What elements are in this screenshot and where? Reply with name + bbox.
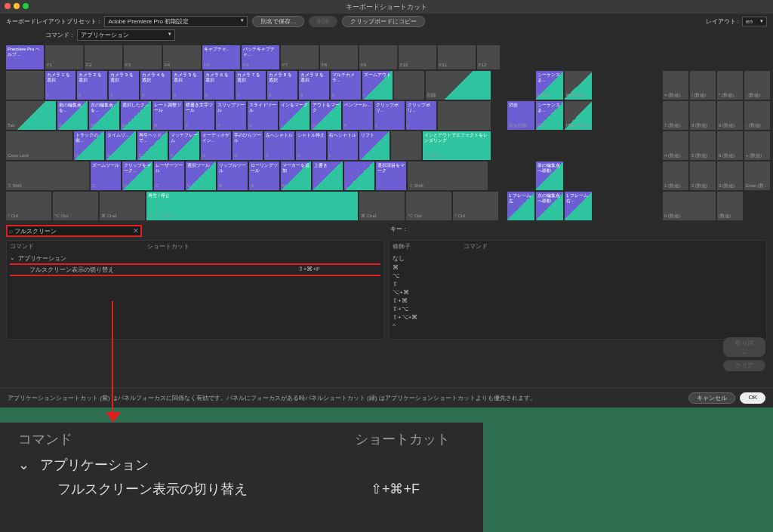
key-f11[interactable]: F11 bbox=[438, 45, 476, 69]
key-bracket-l[interactable]: クリップボリ...[ bbox=[374, 101, 405, 130]
key-slash[interactable]: 選択項目をマーク bbox=[376, 161, 406, 190]
key-p[interactable]: ペンツール...P bbox=[343, 101, 373, 130]
key-i[interactable]: インをマークI bbox=[279, 101, 310, 130]
key-f5[interactable]: キャプチャ...F5 bbox=[202, 45, 240, 69]
ok-button[interactable]: OK bbox=[740, 392, 765, 404]
key-2[interactable]: カメラ 2 を選択2 bbox=[77, 71, 107, 100]
mod-row[interactable]: ⇧+⌥+⌘ bbox=[393, 313, 763, 321]
close-icon[interactable] bbox=[5, 3, 11, 9]
key-7[interactable]: カメラ 7 を選択7 bbox=[236, 71, 266, 100]
key-f6[interactable]: バッチキャプチャ...F6 bbox=[242, 45, 279, 69]
key-j[interactable]: 左へシャトルJ bbox=[264, 131, 294, 160]
minimize-icon[interactable] bbox=[14, 3, 20, 9]
key-d[interactable]: 再生ヘッドで...D bbox=[137, 131, 168, 160]
mod-row[interactable]: ⇧ bbox=[393, 280, 763, 288]
key-del[interactable]: 消去前を削除 bbox=[507, 101, 534, 130]
key-ctrl-r[interactable]: ^ Ctrl bbox=[453, 192, 498, 220]
zoom-item-row[interactable]: フルスクリーン表示の切り替え ⇧+⌘+F bbox=[0, 477, 483, 501]
key-y[interactable]: スリップツールY bbox=[216, 101, 246, 130]
key-z[interactable]: ズームツールZ bbox=[91, 161, 121, 190]
key-t[interactable]: 横書き文字ツールT bbox=[184, 101, 214, 130]
group-row[interactable]: ⌄ アプリケーション bbox=[10, 254, 380, 265]
key-f3[interactable]: F3 bbox=[124, 45, 162, 69]
key-f4[interactable]: F4 bbox=[163, 45, 201, 69]
mod-row[interactable]: ⇧+⌘ bbox=[393, 297, 763, 305]
key-return[interactable]: インとアウトでエフェクトをレンダリングリターン bbox=[423, 131, 491, 160]
commands-select[interactable]: アプリケーション bbox=[77, 29, 175, 41]
key-f9[interactable]: F9 bbox=[359, 45, 397, 69]
key-1[interactable]: カメラ 1 を選択1 bbox=[45, 71, 75, 100]
key-period[interactable]: . bbox=[344, 161, 374, 190]
key-s[interactable]: タイムリ...S bbox=[106, 131, 136, 160]
key-num-0[interactable]: 0 (数値) bbox=[663, 192, 716, 220]
key-u[interactable]: スライドツールU bbox=[248, 101, 278, 130]
zoom-icon[interactable] bbox=[23, 3, 29, 9]
key-num-2[interactable]: 2 (数値) bbox=[690, 161, 716, 190]
key-tab[interactable]: Tab bbox=[6, 101, 56, 130]
key-o[interactable]: アウトをマークO bbox=[311, 101, 341, 130]
key-shift-r[interactable]: ⇧ Shift bbox=[408, 161, 488, 190]
key-num-7[interactable]: 7 (数値) bbox=[663, 101, 688, 130]
key-semicolon[interactable]: リフト; bbox=[359, 131, 390, 160]
key-4[interactable]: カメラ 4 を選択4 bbox=[140, 71, 171, 100]
key-end[interactable]: シーケンスま...End bbox=[536, 101, 563, 130]
key-num-eq[interactable]: = (数値) bbox=[663, 71, 688, 100]
key-l[interactable]: 右へシャトルL bbox=[328, 131, 358, 160]
cancel-button[interactable]: キャンセル bbox=[688, 392, 735, 404]
key-num-plus[interactable]: + (数値) bbox=[744, 131, 770, 160]
key-x[interactable]: クリップをマーク...X bbox=[122, 161, 152, 190]
key-backspace[interactable]: 削除 bbox=[426, 71, 491, 100]
key-6[interactable]: カメラ 6 を選択6 bbox=[204, 71, 234, 100]
key-f[interactable]: マッチフレームF bbox=[169, 131, 199, 160]
key-f7[interactable]: F7 bbox=[281, 45, 319, 69]
window-controls[interactable] bbox=[5, 3, 29, 9]
search-input[interactable] bbox=[14, 228, 133, 235]
key-num-4[interactable]: 4 (数値) bbox=[663, 131, 688, 160]
key-pgup[interactable]: Page Up bbox=[565, 71, 592, 100]
key-space[interactable]: 再生 / 停止スペースキー bbox=[146, 192, 358, 220]
key-f8[interactable]: F8 bbox=[320, 45, 358, 69]
copy-clipboard-button[interactable]: クリップボードにコピー bbox=[342, 16, 425, 27]
key-opt-r[interactable]: ⌥ Opt bbox=[406, 192, 451, 220]
clear-search-icon[interactable]: ✕ bbox=[133, 227, 139, 235]
key-left[interactable]: 1 フレーム左 bbox=[507, 192, 534, 220]
key-bracket-r[interactable]: クリップボリ...] bbox=[406, 101, 436, 130]
key-b[interactable]: リップルツールB bbox=[217, 161, 248, 190]
key-cmd-l[interactable]: ⌘ Cmd bbox=[100, 192, 145, 220]
key-num-5[interactable]: 5 (数値) bbox=[690, 131, 716, 160]
key-comma[interactable]: 上書き, bbox=[313, 161, 343, 190]
key-w[interactable]: 次の編集点を...W bbox=[89, 101, 119, 130]
key-9[interactable]: カメラ 9 を選択9 bbox=[299, 71, 329, 100]
key-0[interactable]: マルチカメラ...0 bbox=[331, 71, 361, 100]
key-3[interactable]: カメラ 3 を選択3 bbox=[109, 71, 139, 100]
key-k[interactable]: シャトル停止K bbox=[296, 131, 326, 160]
layout-select[interactable]: en bbox=[742, 17, 767, 26]
key-num-6[interactable]: 6 (数値) bbox=[717, 131, 743, 160]
key-f10[interactable]: F10 bbox=[399, 45, 436, 69]
key-num-8[interactable]: 8 (数値) bbox=[690, 101, 716, 130]
key-num-dot[interactable]: . (数値) bbox=[744, 71, 770, 100]
key-m[interactable]: マーカーを追加M bbox=[281, 161, 311, 190]
key-up[interactable]: 前の編集点へ移動 bbox=[536, 161, 563, 190]
mod-row[interactable]: ⌘ bbox=[393, 263, 763, 272]
key-num-minus[interactable]: - (数値) bbox=[744, 101, 770, 130]
key-pgdn[interactable]: Page Down bbox=[565, 101, 592, 130]
mod-row[interactable]: ⌥+⌘ bbox=[393, 288, 763, 297]
key-num-mul[interactable]: * (数値) bbox=[717, 71, 743, 100]
key-f1[interactable]: F1 bbox=[45, 45, 83, 69]
key-grave[interactable] bbox=[6, 71, 44, 100]
key-h[interactable]: 手のひらツールH bbox=[233, 131, 263, 160]
key-v[interactable]: 選択ツールV bbox=[186, 161, 216, 190]
key-r[interactable]: レート調整ツールR bbox=[152, 101, 183, 130]
key-esc[interactable]: Premiere Pro ヘルプ... bbox=[6, 45, 44, 69]
key-num-period[interactable]: (数値) bbox=[717, 192, 743, 220]
key-quote[interactable] bbox=[391, 131, 421, 160]
preset-select[interactable]: Adobe Premiere Pro 初期設定 bbox=[104, 16, 248, 27]
mod-row[interactable]: ^ bbox=[393, 321, 763, 330]
mod-row[interactable]: ⇧+⌥ bbox=[393, 305, 763, 313]
key-ctrl-l[interactable]: ^ Ctrl bbox=[6, 192, 51, 220]
key-c[interactable]: レーザーツールC bbox=[154, 161, 184, 190]
key-capslock[interactable]: Caps Lock bbox=[6, 131, 72, 160]
mod-row[interactable]: ⌥ bbox=[393, 272, 763, 280]
key-e[interactable]: 選択したク...E bbox=[121, 101, 151, 130]
